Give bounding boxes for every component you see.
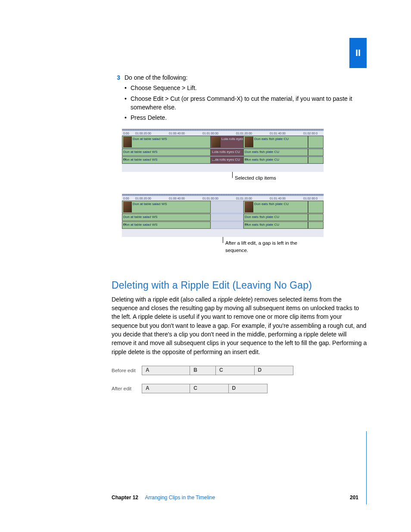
diagram-segment: D: [229, 384, 267, 393]
audio-clip: [308, 221, 324, 229]
ruler-tick: 01:01:40:00: [268, 196, 302, 200]
callout-after-lift: After a lift edit, a gap is left in the …: [223, 240, 305, 254]
diagram-segment: B: [190, 366, 216, 375]
video-clip: Don eats fish plate CU: [243, 136, 308, 148]
video-clip: Don eats fish plate CU: [243, 201, 308, 213]
bullet-item: Press Delete.: [131, 113, 368, 122]
bullet-dot: •: [125, 94, 131, 112]
audio-clip-selected: ▾▾Lola rolls eyes CU: [211, 156, 243, 164]
ruler-tick: 01:00:20:00: [134, 196, 168, 200]
ruler-tick: 0:00: [122, 196, 134, 200]
para-em: ripple delete: [218, 296, 251, 303]
para-post: ) removes selected items from the sequen…: [112, 296, 367, 355]
ruler-tick: 01:00:40:00: [168, 196, 201, 200]
para-pre: Deleting with a ripple edit (also called…: [112, 296, 218, 303]
page-number: 201: [350, 494, 358, 501]
callout-selected-clips: Selected clip items: [232, 174, 368, 182]
ruler-tick: 01:01:00:00: [201, 131, 235, 135]
step-intro: Do one of the following:: [125, 73, 368, 82]
bullet-item: Choose Sequence > Lift.: [131, 84, 368, 92]
after-label: After edit: [112, 385, 142, 392]
timeline-before: 0:00 01:00:20:00 01:00:40:00 01:01:00:00…: [122, 129, 324, 172]
audio-clip: [308, 156, 324, 164]
ruler-tick: 01:01:20:00: [235, 196, 268, 200]
ruler-tick: 01:02:00:0: [302, 131, 324, 135]
gap-clip: [211, 201, 243, 213]
ruler-tick: 01:01:00:00: [201, 196, 235, 200]
step-number: 3: [112, 73, 120, 82]
bullet-dot: •: [125, 113, 131, 122]
audio-clip-selected: Lola rolls eyes CU: [211, 149, 243, 156]
gap-clip: [211, 214, 243, 221]
ruler-tick: 01:01:40:00: [268, 131, 302, 135]
ruler-tick: 01:01:20:00: [235, 131, 268, 135]
chapter-title: Arranging Clips in the Timeline: [145, 495, 215, 501]
audio-clip: Don at table salad WS: [122, 214, 211, 221]
bullet-item: Choose Edit > Cut (or press Command-X) t…: [131, 94, 368, 112]
ruler-tick: 0:00: [122, 131, 134, 135]
ruler-tick: 01:00:20:00: [134, 131, 168, 135]
timeline-after: 0:00 01:00:20:00 01:00:40:00 01:01:00:00…: [122, 194, 324, 237]
video-clip: [308, 136, 324, 148]
video-clip: Don at table salad WS: [122, 136, 211, 148]
audio-clip: Don at table salad WS: [122, 149, 211, 156]
before-after-diagram: Before edit A B C D After edit A C D: [112, 366, 368, 393]
audio-clip: [308, 214, 324, 221]
diagram-segment: A: [142, 366, 190, 375]
audio-clip: Don eats fish plate CU: [243, 149, 308, 156]
diagram-segment: D: [255, 366, 293, 375]
before-label: Before edit: [112, 367, 142, 374]
audio-clip: ▾▾Don at table salad WS: [122, 156, 211, 164]
audio-clip: ▾▾Don at table salad WS: [122, 221, 211, 229]
gap-clip: [211, 221, 243, 229]
body-paragraph: Deleting with a ripple edit (also called…: [112, 295, 368, 356]
video-clip: [308, 201, 324, 213]
audio-clip: Don eats fish plate CU: [243, 214, 308, 221]
ruler-tick: 01:02:00:0: [302, 196, 324, 200]
bullet-dot: •: [125, 84, 131, 92]
ruler-tick: 01:00:40:00: [168, 131, 201, 135]
audio-clip: ▾▾Don eats fish plate CU: [243, 221, 308, 229]
section-heading: Deleting with a Ripple Edit (Leaving No …: [112, 278, 368, 292]
page-footer: Chapter 12 Arranging Clips in the Timeli…: [112, 494, 367, 502]
footer-divider: [366, 431, 367, 504]
audio-clip: [308, 149, 324, 156]
diagram-segment: C: [216, 366, 254, 375]
section-tab: II: [349, 38, 367, 68]
chapter-label: Chapter 12: [112, 495, 138, 501]
diagram-segment: C: [190, 384, 228, 393]
diagram-segment: A: [142, 384, 190, 393]
video-clip-selected: Lola rolls eyes CU: [211, 136, 243, 148]
audio-clip: ▾▾Don eats fish plate CU: [243, 156, 308, 164]
video-clip: Don at table salad WS: [122, 201, 211, 213]
